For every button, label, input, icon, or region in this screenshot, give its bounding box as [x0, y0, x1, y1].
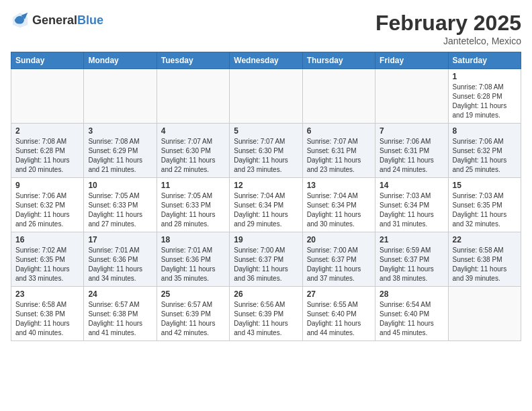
calendar-day-cell: 9Sunrise: 7:06 AMSunset: 6:32 PMDaylight… [11, 178, 84, 232]
day-number: 27 [307, 289, 371, 299]
day-info: Sunrise: 7:00 AMSunset: 6:37 PMDaylight:… [307, 246, 371, 283]
day-info: Sunrise: 7:06 AMSunset: 6:32 PMDaylight:… [453, 137, 517, 175]
day-number: 17 [88, 235, 152, 244]
day-info: Sunrise: 7:03 AMSunset: 6:35 PMDaylight:… [453, 191, 517, 229]
column-header-monday: Monday [84, 52, 157, 69]
day-number: 13 [307, 181, 371, 190]
calendar-header-row: SundayMondayTuesdayWednesdayThursdayFrid… [11, 52, 521, 69]
day-number: 24 [88, 289, 152, 299]
day-info: Sunrise: 7:04 AMSunset: 6:34 PMDaylight:… [307, 191, 371, 229]
day-number: 10 [88, 181, 152, 190]
calendar-day-cell [157, 69, 229, 124]
day-info: Sunrise: 7:07 AMSunset: 6:30 PMDaylight:… [161, 137, 225, 175]
calendar-day-cell: 28Sunrise: 6:54 AMSunset: 6:40 PMDayligh… [375, 287, 448, 341]
calendar-day-cell: 8Sunrise: 7:06 AMSunset: 6:32 PMDaylight… [448, 124, 521, 178]
calendar-day-cell: 16Sunrise: 7:02 AMSunset: 6:35 PMDayligh… [11, 232, 84, 287]
day-info: Sunrise: 7:05 AMSunset: 6:33 PMDaylight:… [161, 191, 225, 229]
column-header-saturday: Saturday [448, 52, 521, 69]
column-header-tuesday: Tuesday [157, 52, 229, 69]
calendar-day-cell [230, 69, 302, 124]
day-number: 14 [380, 181, 443, 190]
day-number: 20 [307, 235, 371, 244]
calendar-week-row: 9Sunrise: 7:06 AMSunset: 6:32 PMDaylight… [11, 178, 521, 232]
calendar-day-cell: 5Sunrise: 7:07 AMSunset: 6:30 PMDaylight… [230, 124, 302, 178]
day-info: Sunrise: 7:03 AMSunset: 6:34 PMDaylight:… [380, 191, 443, 229]
day-info: Sunrise: 7:07 AMSunset: 6:31 PMDaylight:… [307, 137, 371, 175]
calendar-day-cell: 21Sunrise: 6:59 AMSunset: 6:37 PMDayligh… [375, 232, 448, 287]
day-info: Sunrise: 6:55 AMSunset: 6:40 PMDaylight:… [307, 300, 371, 338]
logo-general: General [32, 13, 77, 27]
day-info: Sunrise: 6:57 AMSunset: 6:39 PMDaylight:… [161, 300, 225, 338]
day-info: Sunrise: 7:00 AMSunset: 6:37 PMDaylight:… [234, 246, 298, 283]
calendar-day-cell: 24Sunrise: 6:57 AMSunset: 6:38 PMDayligh… [84, 287, 157, 341]
day-info: Sunrise: 6:57 AMSunset: 6:38 PMDaylight:… [88, 300, 152, 338]
column-header-wednesday: Wednesday [230, 52, 302, 69]
day-number: 7 [380, 126, 443, 136]
calendar-day-cell: 15Sunrise: 7:03 AMSunset: 6:35 PMDayligh… [448, 178, 521, 232]
logo-icon [11, 11, 30, 30]
calendar-table: SundayMondayTuesdayWednesdayThursdayFrid… [11, 52, 521, 341]
column-header-sunday: Sunday [11, 52, 84, 69]
day-number: 2 [15, 126, 79, 136]
calendar-day-cell: 11Sunrise: 7:05 AMSunset: 6:33 PMDayligh… [157, 178, 229, 232]
calendar-day-cell [302, 69, 375, 124]
calendar-day-cell [375, 69, 448, 124]
day-number: 25 [161, 289, 225, 299]
day-number: 9 [15, 181, 79, 190]
day-number: 3 [88, 126, 152, 136]
day-info: Sunrise: 7:01 AMSunset: 6:36 PMDaylight:… [88, 246, 152, 283]
calendar-day-cell: 26Sunrise: 6:56 AMSunset: 6:39 PMDayligh… [230, 287, 302, 341]
calendar-week-row: 16Sunrise: 7:02 AMSunset: 6:35 PMDayligh… [11, 232, 521, 287]
calendar-day-cell: 1Sunrise: 7:08 AMSunset: 6:28 PMDaylight… [448, 69, 521, 124]
day-info: Sunrise: 7:01 AMSunset: 6:36 PMDaylight:… [161, 246, 225, 283]
day-info: Sunrise: 6:58 AMSunset: 6:38 PMDaylight:… [453, 246, 517, 283]
day-info: Sunrise: 7:05 AMSunset: 6:33 PMDaylight:… [88, 191, 152, 229]
day-number: 5 [234, 126, 298, 136]
day-number: 12 [234, 181, 298, 190]
calendar-day-cell: 27Sunrise: 6:55 AMSunset: 6:40 PMDayligh… [302, 287, 375, 341]
day-number: 23 [15, 289, 79, 299]
calendar-day-cell [11, 69, 84, 124]
logo: GeneralBlue [11, 11, 103, 30]
calendar-day-cell: 4Sunrise: 7:07 AMSunset: 6:30 PMDaylight… [157, 124, 229, 178]
column-header-friday: Friday [375, 52, 448, 69]
day-info: Sunrise: 6:59 AMSunset: 6:37 PMDaylight:… [380, 246, 443, 283]
calendar-day-cell: 2Sunrise: 7:08 AMSunset: 6:28 PMDaylight… [11, 124, 84, 178]
day-number: 11 [161, 181, 225, 190]
day-number: 19 [234, 235, 298, 244]
calendar-day-cell: 17Sunrise: 7:01 AMSunset: 6:36 PMDayligh… [84, 232, 157, 287]
logo-text: GeneralBlue [32, 13, 103, 28]
day-info: Sunrise: 7:08 AMSunset: 6:29 PMDaylight:… [88, 137, 152, 175]
calendar-day-cell: 19Sunrise: 7:00 AMSunset: 6:37 PMDayligh… [230, 232, 302, 287]
calendar-day-cell [84, 69, 157, 124]
calendar-day-cell: 14Sunrise: 7:03 AMSunset: 6:34 PMDayligh… [375, 178, 448, 232]
day-number: 16 [15, 235, 79, 244]
day-number: 4 [161, 126, 225, 136]
day-number: 28 [380, 289, 443, 299]
day-info: Sunrise: 7:06 AMSunset: 6:32 PMDaylight:… [15, 191, 79, 229]
calendar-day-cell: 6Sunrise: 7:07 AMSunset: 6:31 PMDaylight… [302, 124, 375, 178]
day-info: Sunrise: 6:54 AMSunset: 6:40 PMDaylight:… [380, 300, 443, 338]
month-title: February 2025 [375, 11, 521, 36]
day-info: Sunrise: 7:04 AMSunset: 6:34 PMDaylight:… [234, 191, 298, 229]
day-number: 6 [307, 126, 371, 136]
calendar-day-cell: 18Sunrise: 7:01 AMSunset: 6:36 PMDayligh… [157, 232, 229, 287]
day-info: Sunrise: 7:02 AMSunset: 6:35 PMDaylight:… [15, 246, 79, 283]
calendar-week-row: 1Sunrise: 7:08 AMSunset: 6:28 PMDaylight… [11, 69, 521, 124]
day-info: Sunrise: 7:06 AMSunset: 6:31 PMDaylight:… [380, 137, 443, 175]
day-number: 8 [453, 126, 517, 136]
column-header-thursday: Thursday [302, 52, 375, 69]
day-number: 15 [453, 181, 517, 190]
logo-blue: Blue [77, 13, 103, 27]
day-info: Sunrise: 6:56 AMSunset: 6:39 PMDaylight:… [234, 300, 298, 338]
calendar-day-cell [448, 287, 521, 341]
calendar-day-cell: 23Sunrise: 6:58 AMSunset: 6:38 PMDayligh… [11, 287, 84, 341]
day-info: Sunrise: 7:08 AMSunset: 6:28 PMDaylight:… [453, 83, 517, 120]
title-block: February 2025 Jantetelco, Mexico [375, 11, 521, 46]
day-info: Sunrise: 6:58 AMSunset: 6:38 PMDaylight:… [15, 300, 79, 338]
calendar-week-row: 2Sunrise: 7:08 AMSunset: 6:28 PMDaylight… [11, 124, 521, 178]
calendar-day-cell: 3Sunrise: 7:08 AMSunset: 6:29 PMDaylight… [84, 124, 157, 178]
day-info: Sunrise: 7:08 AMSunset: 6:28 PMDaylight:… [15, 137, 79, 175]
calendar-day-cell: 13Sunrise: 7:04 AMSunset: 6:34 PMDayligh… [302, 178, 375, 232]
calendar-day-cell: 10Sunrise: 7:05 AMSunset: 6:33 PMDayligh… [84, 178, 157, 232]
